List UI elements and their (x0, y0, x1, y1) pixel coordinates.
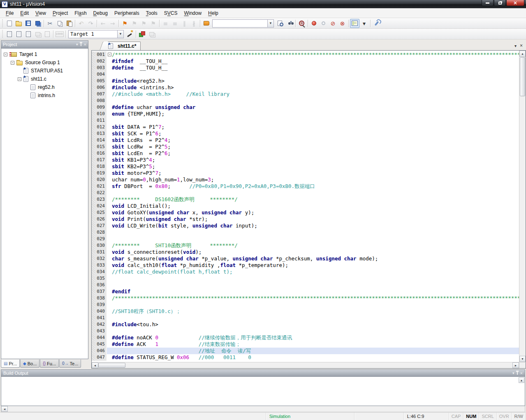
code-line[interactable]: 044#define noACK 0 //继续传输数据，用于判断是否结束通讯 (92, 334, 519, 341)
menu-view[interactable]: View (32, 9, 49, 17)
views-dropdown-button[interactable]: ▾ (359, 19, 369, 28)
toolbar-grip[interactable] (1, 19, 3, 28)
code-line[interactable]: 045#define ACK 1 //结束数据传输； (92, 341, 519, 348)
tree-item-intrins-h[interactable]: intrins.h (2, 91, 88, 100)
insert-remove-breakpoint-button[interactable] (309, 19, 319, 28)
code-line[interactable]: 017sbit KB1=P3^4; (92, 157, 519, 163)
build-target-button[interactable] (14, 30, 23, 39)
scroll-up-button[interactable]: ▲ (519, 51, 526, 57)
code-line[interactable]: 018sbit KB2=P3^5; (92, 163, 519, 170)
navigate-back-button[interactable]: ← (98, 19, 108, 28)
copy-button[interactable] (55, 19, 64, 28)
scroll-left-button[interactable]: ◄ (92, 362, 98, 368)
paste-button[interactable] (64, 19, 74, 28)
menu-project[interactable]: Project (49, 9, 71, 17)
stop-build-button[interactable] (42, 30, 52, 39)
save-file-button[interactable] (23, 19, 33, 28)
redo-button[interactable]: ↷ (86, 19, 95, 28)
save-all-button[interactable] (33, 19, 42, 28)
code-line[interactable]: 021sfr DBPort = 0x80; //P0=0x80,P1=0x90,… (92, 183, 519, 190)
toggle-bookmark-button[interactable]: ⚑ (120, 19, 130, 28)
debug-restore-views-button[interactable] (350, 19, 359, 28)
panel-chevron-down-icon[interactable]: ▾ (76, 42, 78, 46)
options-for-target-button[interactable] (125, 30, 134, 39)
code-line[interactable]: 025void GotoXY(unsigned char x, unsigned… (92, 209, 519, 216)
build-output-close-icon[interactable]: × (520, 371, 523, 376)
build-output-chevron-down-icon[interactable]: ▾ (512, 371, 514, 375)
tree-expander-icon[interactable]: - (11, 61, 14, 65)
code-line[interactable]: 033void calc_sth10(float *p_humidity ,fl… (92, 262, 519, 269)
indent-selection-button[interactable]: ≡ (161, 19, 170, 28)
download-to-flash-button[interactable] (55, 30, 64, 39)
close-document-button[interactable]: × (520, 43, 523, 49)
toolbar-grip[interactable] (1, 30, 3, 38)
find-dialog-button[interactable] (297, 19, 306, 28)
code-line[interactable]: 036 (92, 282, 519, 288)
manage-books-button[interactable] (147, 30, 156, 39)
translate-file-button[interactable] (5, 30, 14, 39)
menu-help[interactable]: Help (205, 9, 222, 17)
code-line[interactable]: 042#include<tou.h> (92, 321, 519, 328)
menu-edit[interactable]: Edit (17, 9, 32, 17)
code-line[interactable]: 005#include<reg52.h> (92, 78, 519, 84)
menu-flash[interactable]: Flash (71, 9, 90, 17)
horizontal-scroll-thumb[interactable] (98, 363, 125, 368)
code-line[interactable]: 024void LCD_Initial(); (92, 203, 519, 209)
dock-tab-bo[interactable]: ◆Bo... (20, 360, 39, 368)
find-in-files-button[interactable] (275, 19, 285, 28)
fold-collapse-icon[interactable]: - (108, 53, 111, 56)
code-line[interactable]: 006#include <intrins.h> (92, 84, 519, 91)
tree-item-target-1[interactable]: -Target 1 (2, 50, 88, 58)
kill-all-breakpoints-button[interactable]: ⊗ (338, 19, 347, 28)
title-bar[interactable]: V sht11 - µVision4 × (0, 0, 526, 8)
code-line[interactable]: 043 (92, 328, 519, 334)
target-select[interactable]: Target 1▼ (68, 30, 124, 38)
horizontal-scroll-track[interactable] (125, 362, 512, 368)
code-line[interactable]: 023/******** DS1602函数声明 ********/ (92, 196, 519, 203)
vertical-scroll-thumb[interactable] (520, 57, 525, 96)
code-line[interactable]: 016sbit LcdEn = P2^6; (92, 150, 519, 157)
tree-item-reg52-h[interactable]: reg52.h (2, 83, 88, 91)
scroll-right-button[interactable]: ► (512, 362, 519, 368)
menu-peripherals[interactable]: Peripherals (111, 9, 143, 17)
build-output-scroll-left-button[interactable]: ◄ (1, 406, 8, 412)
code-line[interactable]: 039 (92, 302, 519, 308)
code-line[interactable]: 008 (92, 97, 519, 104)
clear-all-bookmarks-button[interactable]: ⚑ (148, 19, 158, 28)
tree-expander-icon[interactable]: - (18, 77, 21, 81)
restore-button[interactable] (494, 0, 506, 6)
tree-item-source-group-1[interactable]: -Source Group 1 (2, 58, 88, 67)
code-line[interactable]: 014sbit LcdRs = P2^4; (92, 137, 519, 144)
search-combobox[interactable]: ▼ (212, 19, 274, 28)
scroll-down-button[interactable]: ▼ (519, 356, 526, 362)
code-line[interactable]: 027void LCD_Write(bit style, unsigned ch… (92, 223, 519, 229)
menu-tools[interactable]: Tools (143, 9, 161, 17)
build-output-scroll-up-button[interactable]: ▲ (519, 377, 524, 383)
editor-tab-sht11c[interactable]: sht11.c* (104, 42, 141, 50)
cut-button[interactable]: ✂ (45, 19, 55, 28)
code-line[interactable]: 030/******** SHT10函数声明 ********/ (92, 242, 519, 249)
code-line[interactable]: 041 (92, 315, 519, 321)
editor-vertical-scrollbar[interactable]: ▲ ▼ (519, 51, 526, 362)
code-line[interactable]: 047#define STATUS_REG_W 0x06 //000 0011 … (92, 354, 519, 361)
panel-close-icon[interactable]: × (84, 42, 86, 47)
code-line[interactable]: 007//#include <math.h> //Keil library (92, 91, 519, 97)
code-line[interactable]: 046 //地址 命令 读/写 (92, 348, 519, 354)
code-line[interactable]: 026void Print(unsigned char *str); (92, 216, 519, 223)
tree-item-sht11-c[interactable]: -sht11.c (2, 75, 88, 83)
open-file-button[interactable] (14, 19, 23, 28)
menu-svcs[interactable]: SVCS (161, 9, 181, 17)
batch-build-button[interactable] (33, 30, 42, 39)
unindent-selection-button[interactable]: ≡ (170, 19, 180, 28)
menu-debug[interactable]: Debug (90, 9, 111, 17)
configure-book-button[interactable] (202, 19, 211, 28)
code-line[interactable]: 038/************************************… (92, 295, 519, 302)
next-bookmark-button[interactable]: ⚑ (139, 19, 148, 28)
disable-all-breakpoints-button[interactable]: ⊘ (328, 19, 338, 28)
code-line[interactable]: 004 (92, 71, 519, 78)
code-editor[interactable]: 001-/***********************************… (92, 51, 519, 362)
new-file-button[interactable] (5, 19, 14, 28)
dock-tab-fu[interactable]: {}Fu... (40, 360, 59, 368)
code-line[interactable]: 002#ifndef __TOU_H__ (92, 58, 519, 65)
rebuild-all-button[interactable] (23, 30, 33, 39)
